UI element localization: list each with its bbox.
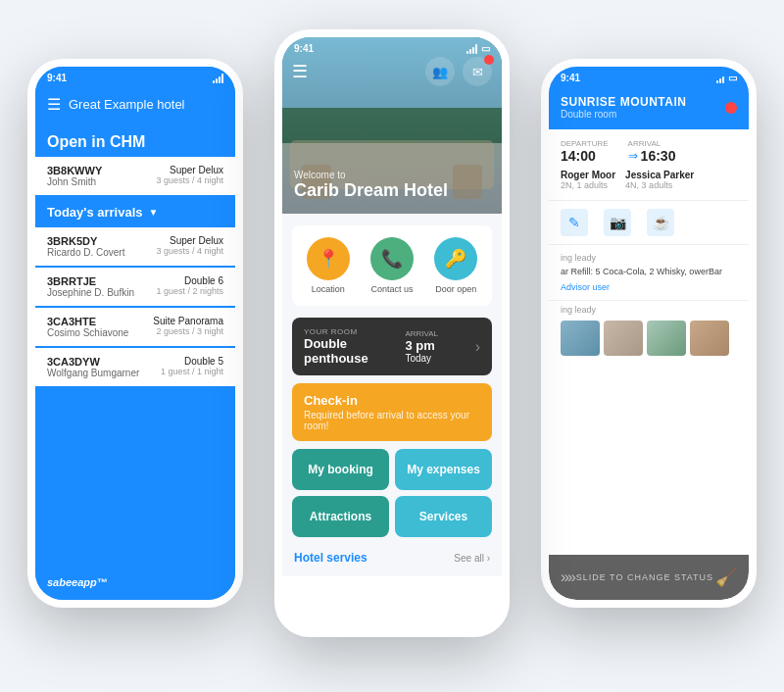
phone-center: 9:41 ▭ ☰ 👥 ✉ [274,29,510,637]
location-icon-bg: 📍 [307,237,350,280]
open-booking-guests: 3 guests / 4 night [156,175,223,185]
hotel-services-title[interactable]: Hotel servies [294,551,368,565]
guest2-col: Jessica Parker 4N, 3 adults [625,170,694,190]
arrivals-header[interactable]: Today's arrivals ▼ [35,197,235,227]
photo-thumb-3[interactable] [647,321,686,356]
phone-right: 9:41 ▭ SUNRISE MOUNTAIN Double room Depa… [541,59,757,608]
photo-strip [549,317,749,364]
room-label: Your Room [304,327,368,336]
arrival-code-4: 3CA3DYW [47,356,139,368]
services-label: Services [419,510,467,523]
arrival-time: 3 pm [405,338,438,353]
arrival-type-3: Suite Panorama [153,316,223,326]
arrivals-chevron: ▼ [149,207,159,218]
phone-icon: 📞 [381,248,403,270]
location-label: Location [312,284,345,294]
left-open-booking[interactable]: 3B8KWWY John Smith Super Delux 3 guests … [35,157,235,195]
left-status-bar: 9:41 [35,67,235,87]
slide-bar[interactable]: »» SLIDE TO CHANGE STATUS 🧹 [549,555,749,600]
hero-text: Welcome to Carib Dream Hotel [294,170,448,202]
contact-label: Contact us [370,284,413,294]
arrival-name-3: Cosimo Schiavone [47,327,128,338]
arrival-day: Today [405,353,438,364]
my-expenses-label: My expenses [407,463,480,476]
camera-icon: 📷 [610,215,626,230]
arrival-item-4[interactable]: 3CA3DYW Wolfgang Bumgarner Double 5 1 gu… [35,348,235,386]
notes-section: ing leady ar Refill: 5 Coca-Cola, 2 Whis… [549,245,749,301]
scene: 9:41 ☰ Great Example hotel Open in CHM 3… [0,0,784,692]
arrival-label: Arrival [405,329,438,338]
left-menu-icon[interactable]: ☰ [47,95,61,114]
guest2-name: Jessica Parker [625,170,694,180]
arrival-code-1: 3BRK5DY [47,235,124,247]
coffee-icon-btn[interactable]: ☕ [647,209,674,236]
tile-my-expenses[interactable]: My expenses [395,449,492,490]
center-status-bar: 9:41 ▭ [282,37,502,58]
welcome-text: Welcome to [294,170,448,180]
left-signal [213,74,223,83]
qa-location[interactable]: 📍 Location [307,237,350,294]
center-content: 📍 Location 📞 Contact us 🔑 Door open [282,214,502,576]
status-dot [725,102,737,114]
dates-row: Departure 14:00 Arrival ⇒ 16:30 [561,139,737,164]
room-card-chevron: › [475,338,480,356]
checkin-banner[interactable]: Check-in Required before arrival to acce… [292,383,492,441]
notes-text: ar Refill: 5 Coca-Cola, 2 Whisky, owerBa… [561,266,737,278]
arrival-item-3[interactable]: 3CA3HTE Cosimo Schiavone Suite Panorama … [35,308,235,346]
arrival-item-1[interactable]: 3BRK5DY Ricardo D. Covert Super Delux 3 … [35,227,235,266]
center-signal [466,44,477,54]
photo-thumb-2[interactable] [604,321,643,356]
guest1-col: Roger Moor 2N, 1 adults [561,170,615,190]
group-icon: 👥 [432,65,448,79]
left-header: ☰ Great Example hotel [35,87,235,124]
photo-thumb-4[interactable] [690,321,729,356]
arrival-item-2[interactable]: 3BRRTJE Josephine D. Bufkin Double 6 1 g… [35,268,235,306]
brand-label: sabeeapp™ [47,576,108,588]
left-time: 9:41 [47,73,67,83]
notes-header: ing leady [561,253,737,263]
arrival-col: Arrival ⇒ 16:30 [628,139,676,164]
quick-actions: 📍 Location 📞 Contact us 🔑 Door open [292,225,492,306]
arrival-guests-1: 3 guests / 4 night [156,246,223,256]
edit-icon-btn[interactable]: ✎ [561,209,588,236]
room-card[interactable]: Your Room Doublepenthouse Arrival 3 pm T… [292,318,492,375]
arrival-guests-2: 1 guest / 2 nights [156,286,223,296]
departure-label: Departure [561,139,609,148]
departure-time: 14:00 [561,148,609,164]
arrival-guests-3: 2 guests / 3 night [153,326,223,336]
center-menu-icon[interactable]: ☰ [292,61,308,82]
right-time: 9:41 [561,73,580,83]
phone-left: 9:41 ☰ Great Example hotel Open in CHM 3… [27,59,243,608]
tile-services[interactable]: Services [395,496,492,537]
photo-thumb-1[interactable] [561,321,600,356]
open-booking-name: John Smith [47,176,102,187]
right-battery: ▭ [728,73,737,83]
right-hotel-name: SUNRISE MOUNTAIN [561,95,686,109]
edit-icon: ✎ [568,215,580,230]
guest1-info: 2N, 1 adults [561,180,615,190]
see-all-link[interactable]: See all › [454,553,490,564]
qa-door[interactable]: 🔑 Door open [434,237,477,294]
group-icon-btn[interactable]: 👥 [425,57,455,86]
mail-icon-btn[interactable]: ✉ [463,57,492,86]
advisor-link[interactable]: Advisor user [561,282,737,292]
center-hotel-name: Carib Dream Hotel [294,180,448,202]
arrival-name-2: Josephine D. Bufkin [47,287,134,298]
mail-icon: ✉ [472,65,483,79]
qa-contact[interactable]: 📞 Contact us [370,237,414,294]
right-top-bar: SUNRISE MOUNTAIN Double room [549,87,749,129]
arrival-type-4: Double 5 [161,356,223,367]
right-room-type: Double room [561,109,686,120]
tile-row-1: My booking My expenses [292,449,492,490]
coffee-icon: ☕ [653,215,669,230]
arrival-time-right: 16:30 [641,148,676,164]
tile-my-booking[interactable]: My booking [292,449,389,490]
right-booking-info: Departure 14:00 Arrival ⇒ 16:30 Roger Mo… [549,129,749,201]
attractions-label: Attractions [310,510,371,523]
arrival-type-2: Double 6 [156,275,223,286]
hotel-services-bar: Hotel servies See all › [292,543,492,565]
camera-icon-btn[interactable]: 📷 [604,209,631,236]
departure-col: Departure 14:00 [561,139,609,164]
tile-attractions[interactable]: Attractions [292,496,389,537]
arrival-type-1: Super Delux [156,235,223,246]
